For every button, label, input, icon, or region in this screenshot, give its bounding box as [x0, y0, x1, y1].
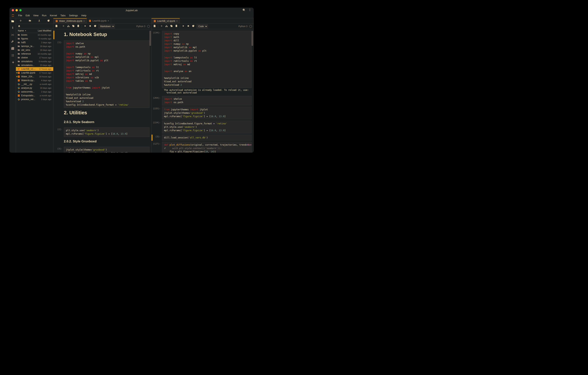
restart-button[interactable]: [94, 25, 97, 28]
menu-item-help[interactable]: Help: [80, 13, 88, 18]
notebook-cell[interactable]: [3]:jtplot.style(theme='gruvboxd') mpl.r…: [53, 147, 151, 153]
window-minimize-button[interactable]: [16, 9, 18, 11]
markdown-cell[interactable]: 1. Notebook Setup: [64, 31, 149, 39]
notebook-cell[interactable]: 2.0.1. Style Seaborn: [53, 119, 151, 126]
cut-button[interactable]: [165, 25, 168, 28]
close-icon[interactable]: ×: [176, 20, 178, 22]
commands-tab-icon[interactable]: [11, 33, 15, 37]
kernel-name[interactable]: Python 3: [136, 25, 145, 28]
code-input[interactable]: plt.style.use('seaborn') mpl.rcParams['f…: [64, 127, 149, 137]
notebook-cell[interactable]: 2.0.2. Style Gruvboxd: [53, 138, 151, 146]
notebook-cell[interactable]: [264]:import shelve import os.path: [152, 96, 253, 105]
menu-item-edit[interactable]: Edit: [24, 13, 31, 18]
notebook-cell[interactable]: 2. Utilities: [53, 109, 151, 118]
menu-item-kernel[interactable]: Kernel: [48, 13, 59, 18]
file-browser-tab-icon[interactable]: [11, 19, 15, 23]
cut-button[interactable]: [67, 25, 70, 28]
file-item[interactable]: analyse.py18 days ago: [16, 86, 53, 90]
markdown-cell[interactable]: 2. Utilities: [64, 109, 149, 118]
breadcrumb[interactable]: [16, 24, 53, 28]
code-input[interactable]: from jupyterthemes import jtplot jtplot.…: [162, 107, 252, 120]
file-item[interactable]: simulations...23 days ago: [16, 63, 53, 67]
menu-item-tabs[interactable]: Tabs: [59, 13, 67, 18]
window-close-button[interactable]: [12, 9, 14, 11]
kernel-status-icon[interactable]: [249, 25, 252, 28]
file-item[interactable]: autocorrela...2 days ago: [16, 90, 53, 94]
code-input[interactable]: import shelve import os.path import nump…: [64, 40, 149, 108]
search-icon[interactable]: [242, 8, 245, 12]
running-tab-icon[interactable]: [11, 26, 15, 30]
tabs-tab-icon[interactable]: [11, 47, 15, 50]
file-item[interactable]: shelve17 hours ago: [16, 56, 53, 60]
more-icon[interactable]: [248, 8, 251, 12]
menu-item-file[interactable]: File: [17, 13, 24, 18]
menu-item-settings[interactable]: Settings: [67, 13, 79, 18]
notebook-content-right[interactable]: [134]:import copy import math import dil…: [152, 29, 253, 153]
copy-button[interactable]: [170, 25, 173, 28]
notebook-cell[interactable]: [3]:dill.load_session('all_vars.db'): [152, 135, 253, 141]
menu-item-view[interactable]: View: [32, 13, 40, 18]
notebook-cell[interactable]: 1. Notebook Setup: [53, 31, 151, 39]
kernel-name[interactable]: Python 3: [239, 25, 247, 28]
insert-cell-button[interactable]: [160, 25, 163, 28]
restart-button[interactable]: [192, 25, 195, 28]
stop-button[interactable]: [187, 25, 190, 28]
save-button[interactable]: [153, 25, 156, 28]
notebook-cell[interactable]: [224]:%config InlineBackend.figure_forma…: [152, 121, 253, 133]
file-item[interactable]: LeanNb.ipynb17 hours ago: [16, 71, 53, 75]
modified-column-header[interactable]: Last Modified: [38, 29, 51, 32]
notebook-cell[interactable]: [1]:import shelve import os.path import …: [53, 40, 151, 108]
upload-icon[interactable]: [38, 19, 41, 22]
file-item[interactable]: old_sims18 days ago: [16, 48, 53, 52]
notebook-content-left[interactable]: 1. Notebook Setup[1]:import shelve impor…: [53, 29, 151, 153]
file-item[interactable]: Waternb.ipy...4 days ago: [16, 78, 53, 82]
run-button[interactable]: [84, 25, 87, 28]
cell-type-select[interactable]: Markdown: [98, 24, 115, 28]
file-item[interactable]: simulations9 months ago: [16, 60, 53, 63]
file-item[interactable]: hdf52 days ago: [16, 41, 53, 44]
kernel-status-icon[interactable]: [147, 25, 150, 28]
notebook-tab[interactable]: LeanNB_v2.ipynb×: [152, 18, 180, 23]
extensions-tab-icon[interactable]: [11, 60, 15, 64]
insert-cell-button[interactable]: [62, 25, 65, 28]
code-input[interactable]: %config InlineBackend.figure_format = 'r…: [162, 121, 252, 133]
run-button[interactable]: [182, 25, 185, 28]
cell-type-select[interactable]: Code: [197, 24, 208, 28]
notebook-tab[interactable]: LeanNb.ipynb×: [87, 18, 111, 23]
file-item[interactable]: LeanNB_v2....17 hours ago: [16, 67, 53, 71]
save-button[interactable]: [55, 25, 58, 28]
code-input[interactable]: def plot_diffusions(original, corrected,…: [162, 142, 252, 153]
file-item[interactable]: process_vel...2 days ago: [16, 98, 53, 101]
code-input[interactable]: import shelve import os.path: [162, 96, 252, 105]
new-launcher-icon[interactable]: [19, 19, 22, 22]
stop-button[interactable]: [89, 25, 92, 28]
markdown-cell[interactable]: 2.0.2. Style Gruvboxd: [64, 138, 149, 146]
scrollbar[interactable]: [252, 31, 253, 46]
notebook-cell[interactable]: [127]:def plot_diffusions(original, corr…: [152, 142, 253, 153]
file-item[interactable]: __init__.pya month ago: [16, 82, 53, 86]
new-folder-icon[interactable]: [29, 19, 31, 22]
code-input[interactable]: import copy import math import dill impo…: [162, 31, 252, 88]
close-icon[interactable]: ×: [83, 20, 85, 22]
code-input[interactable]: jtplot.style(theme='gruvboxd') mpl.rcPar…: [64, 147, 149, 153]
notebook-tab[interactable]: Water_2048mols.ipynb×: [53, 18, 87, 23]
notebook-cell[interactable]: [225]:from jupyterthemes import jtplot j…: [152, 107, 253, 120]
refresh-icon[interactable]: [47, 19, 50, 22]
paste-button[interactable]: [175, 25, 178, 28]
window-maximize-button[interactable]: [19, 9, 21, 11]
toc-tab-icon[interactable]: [11, 54, 15, 57]
file-item[interactable]: boxes10 months ago: [16, 33, 53, 37]
tools-tab-icon[interactable]: [11, 40, 15, 44]
jupyter-logo-icon[interactable]: [10, 13, 15, 18]
scrollbar[interactable]: [149, 31, 151, 46]
file-item[interactable]: Extrapolatio...a month ago: [16, 94, 53, 98]
file-item[interactable]: reference10 months ago: [16, 52, 53, 56]
notebook-cell[interactable]: [134]:import copy import math import dil…: [152, 31, 253, 95]
notebook-cell[interactable]: [2]:plt.style.use('seaborn') mpl.rcParam…: [53, 127, 151, 137]
file-item[interactable]: lammps_te...18 days ago: [16, 44, 53, 48]
close-icon[interactable]: ×: [108, 20, 109, 22]
name-column-header[interactable]: Name: [18, 29, 24, 32]
menu-item-run[interactable]: Run: [40, 13, 48, 18]
code-input[interactable]: dill.load_session('all_vars.db'): [162, 135, 252, 141]
file-item[interactable]: figures9 months ago: [16, 37, 53, 41]
